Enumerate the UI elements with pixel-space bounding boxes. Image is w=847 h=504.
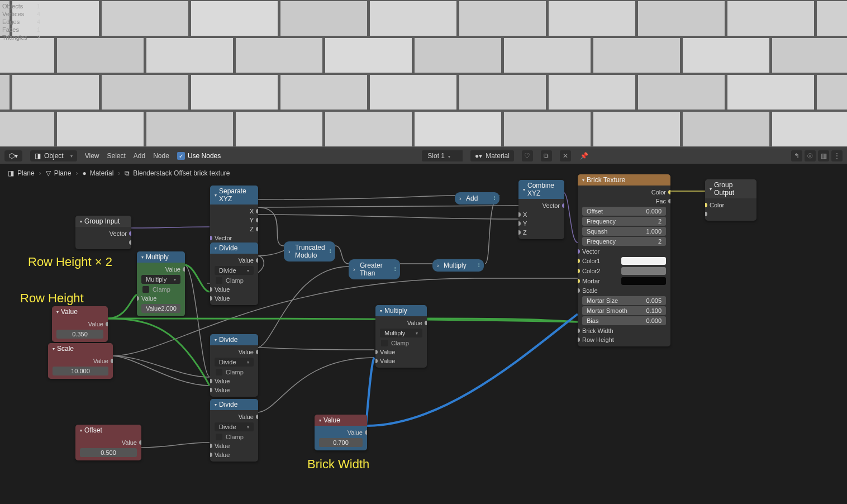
brick-offset[interactable]: Offset0.000	[582, 207, 666, 216]
mesh-stats: Objects1 Vertices4 Edges4 Faces1 Triangl…	[2, 2, 40, 41]
brick-mortar-size[interactable]: Mortar Size0.005	[582, 296, 666, 305]
divide2-clamp[interactable]: Clamp	[210, 368, 258, 377]
node-canvas[interactable]: Row Height × 2 Row Height Brick Width Gr…	[0, 182, 847, 504]
parent-node-tree-icon[interactable]: ↰	[791, 150, 802, 161]
offset-field[interactable]: 0.500	[80, 448, 137, 457]
node-offset[interactable]: Offset Value 0.500	[75, 425, 141, 460]
pin-icon[interactable]: 📌	[579, 150, 590, 161]
overlay-icon[interactable]: ▥	[818, 150, 829, 161]
node-value-row-height[interactable]: Value Value 0.350	[52, 306, 108, 342]
node-divide-1[interactable]: Divide Value Divide Clamp Value Value	[210, 243, 258, 305]
divide3-clamp[interactable]: Clamp	[210, 432, 258, 441]
material-slot-dropdown[interactable]: Slot 1	[422, 150, 463, 161]
divide3-op[interactable]: Divide	[215, 422, 254, 431]
viewport-preview	[0, 0, 847, 148]
multiply2-op[interactable]: Multiply	[380, 329, 422, 337]
fake-user-icon[interactable]: ♡	[522, 150, 533, 161]
menu-add[interactable]: Add	[134, 152, 145, 160]
node-multiply-pill[interactable]: Multiply⠇	[432, 259, 484, 272]
annotation-row-height: Row Height	[20, 291, 84, 306]
multiply1-clamp[interactable]: Clamp	[137, 285, 185, 294]
scale-field[interactable]: 10.000	[53, 367, 108, 375]
brick-squash[interactable]: Squash1.000	[582, 227, 666, 236]
node-add-pill[interactable]: Add⠇	[455, 192, 499, 205]
menu-node[interactable]: Node	[153, 152, 169, 160]
brick-width-field[interactable]: 0.700	[319, 438, 363, 447]
material-name-field[interactable]: ●▾Material	[470, 150, 514, 161]
breadcrumb-nodegroup[interactable]: ⧉ Blenderstack Offset brick texture	[125, 169, 230, 177]
node-multiply-1[interactable]: Multiply Value Multiply Clamp Value Valu…	[137, 251, 185, 316]
multiply1-const[interactable]: Value2.000	[141, 304, 180, 313]
node-separate-xyz[interactable]: Separate XYZ X Y Z Vector	[210, 186, 258, 245]
node-group-output[interactable]: Group Output Color	[705, 179, 756, 221]
multiply1-op[interactable]: Multiply	[141, 275, 180, 284]
menu-view[interactable]: View	[85, 152, 99, 160]
value-row-height-field[interactable]: 0.350	[56, 330, 103, 339]
node-value-brick-width[interactable]: Value Value 0.700	[315, 415, 367, 450]
node-truncated-modulo[interactable]: Truncated Modulo⠇	[284, 241, 335, 261]
node-brick-texture[interactable]: Brick Texture Color Fac Offset0.000 Freq…	[578, 174, 670, 346]
node-editor-header: ⬡▾ ◨ Object View Select Add Node ✓Use No…	[0, 148, 847, 164]
breadcrumb-object[interactable]: ◨ Plane	[8, 169, 35, 177]
brick-freq2[interactable]: Frequency2	[582, 237, 666, 246]
breadcrumb-material[interactable]: ● Material	[82, 169, 113, 177]
menu-select[interactable]: Select	[107, 152, 125, 160]
snap-icon[interactable]: ⦾	[805, 150, 816, 161]
options-icon[interactable]: ⋮	[831, 150, 843, 161]
node-divide-3[interactable]: Divide Value Divide Clamp Value Value	[210, 399, 258, 462]
breadcrumb-mesh[interactable]: ▽ Plane	[46, 169, 72, 177]
use-nodes-checkbox[interactable]: ✓Use Nodes	[177, 152, 221, 160]
multiply2-clamp[interactable]: Clamp	[375, 339, 427, 348]
annotation-brick-width: Brick Width	[307, 457, 369, 472]
editor-type-dropdown[interactable]: ⬡▾	[4, 150, 22, 161]
divide1-op[interactable]: Divide	[215, 266, 254, 275]
divide1-clamp[interactable]: Clamp	[210, 276, 258, 285]
unlink-icon[interactable]: ✕	[560, 150, 571, 161]
brick-mortar-smooth[interactable]: Mortar Smooth0.100	[582, 306, 666, 315]
interaction-mode-dropdown[interactable]: ◨ Object	[30, 150, 77, 161]
node-multiply-2[interactable]: Multiply Value Multiply Clamp Value Valu…	[375, 305, 427, 368]
node-greater-than[interactable]: Greater Than⠇	[349, 259, 400, 279]
divide2-op[interactable]: Divide	[215, 358, 254, 367]
node-combine-xyz[interactable]: Combine XYZ Vector X Y Z	[518, 180, 564, 239]
node-group-input[interactable]: Group Input Vector	[75, 216, 131, 249]
brick-freq1[interactable]: Frequency2	[582, 217, 666, 226]
brick-bias[interactable]: Bias0.000	[582, 316, 666, 325]
duplicate-icon[interactable]: ⧉	[541, 150, 552, 161]
node-scale[interactable]: Scale Value 10.000	[48, 343, 113, 379]
node-divide-2[interactable]: Divide Value Divide Clamp Value Value	[210, 334, 258, 397]
annotation-row-height-x2: Row Height × 2	[28, 255, 112, 269]
